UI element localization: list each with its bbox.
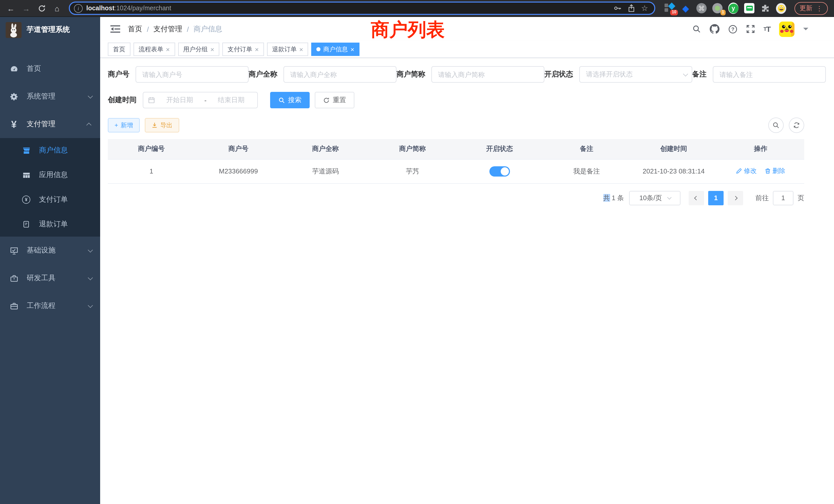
close-icon[interactable]: × <box>166 46 170 53</box>
close-icon[interactable]: × <box>255 46 259 53</box>
pagination: 共 1 条 10条/页 1 前往 页 <box>108 191 804 205</box>
breadcrumb-home[interactable]: 首页 <box>128 24 142 33</box>
col-full-name: 商户全称 <box>282 139 369 159</box>
extensions-puzzle-icon[interactable] <box>760 3 770 13</box>
breadcrumb-separator: / <box>147 25 149 33</box>
url-bar[interactable]: i localhost :1024/pay/merchant ☆ <box>69 2 655 15</box>
goto-page-input[interactable] <box>773 191 793 205</box>
toolbox-icon <box>9 274 19 282</box>
header-search-icon[interactable] <box>692 25 701 33</box>
close-icon[interactable]: × <box>300 46 303 53</box>
search-button[interactable]: 搜索 <box>270 92 310 108</box>
extension-command-icon[interactable]: ⌘ <box>696 3 707 13</box>
password-key-icon[interactable] <box>613 4 621 12</box>
breadcrumb-separator: / <box>187 25 189 33</box>
sidebar-item-label: 商户信息 <box>39 146 68 155</box>
next-page-button[interactable] <box>728 191 743 205</box>
forward-icon[interactable]: → <box>20 2 33 15</box>
status-select[interactable]: 请选择开启状态 <box>579 66 692 83</box>
sidebar-item-devtools[interactable]: 研发工具 <box>0 264 100 292</box>
refresh-table-button[interactable] <box>789 117 804 133</box>
close-icon[interactable]: × <box>210 46 214 53</box>
sidebar-item-home[interactable]: 首页 <box>0 55 100 83</box>
remark-label: 备注 <box>692 70 713 79</box>
fullscreen-icon[interactable] <box>746 25 755 33</box>
sidebar-collapse-icon[interactable] <box>106 20 124 38</box>
delete-button[interactable]: 删除 <box>765 167 785 176</box>
extension-badge: 10 <box>670 10 678 16</box>
short-name-input[interactable] <box>431 66 544 83</box>
trash-icon <box>765 168 771 174</box>
bookmark-star-icon[interactable]: ☆ <box>641 4 648 13</box>
extension-y-icon[interactable]: y <box>728 3 739 13</box>
sidebar-item-refund-order[interactable]: 退款订单 <box>0 212 100 236</box>
merchant-no-input[interactable] <box>136 66 248 83</box>
tab-refund-order[interactable]: 退款订单× <box>267 43 308 56</box>
sidebar-item-infra[interactable]: 基础设施 <box>0 236 100 264</box>
page-size-select[interactable]: 10条/页 <box>629 191 680 205</box>
reload-icon[interactable] <box>35 2 48 15</box>
tab-user-group[interactable]: 用户分组× <box>178 43 219 56</box>
add-button[interactable]: + 新增 <box>108 118 140 132</box>
extension-kite-icon[interactable]: ◆ <box>680 3 691 13</box>
back-icon[interactable]: ← <box>4 2 18 15</box>
prev-page-button[interactable] <box>689 191 704 205</box>
remark-input[interactable] <box>713 66 826 83</box>
sidebar-item-label: 支付订单 <box>39 195 68 204</box>
sidebar-item-workflow[interactable]: 工作流程 <box>0 292 100 320</box>
browser-nav: ← → ⌂ <box>4 2 64 15</box>
help-icon[interactable]: ? <box>728 24 737 33</box>
avatar-caret-icon[interactable] <box>803 28 808 33</box>
full-name-input[interactable] <box>284 66 396 83</box>
end-date-placeholder: 结束日期 <box>210 95 253 105</box>
reset-button[interactable]: 重置 <box>315 92 354 108</box>
github-icon[interactable] <box>709 24 719 34</box>
status-toggle[interactable] <box>489 166 510 176</box>
home-icon[interactable]: ⌂ <box>50 2 64 15</box>
toggle-search-button[interactable] <box>768 117 784 133</box>
search-icon <box>278 97 285 104</box>
close-icon[interactable]: × <box>351 46 354 53</box>
sidebar-item-label: 支付管理 <box>27 120 56 129</box>
edit-button[interactable]: 修改 <box>736 167 757 176</box>
chevron-down-icon <box>88 275 93 280</box>
browser-menu-dots-icon[interactable]: ⋮ <box>816 4 823 12</box>
extension-recorder-icon[interactable]: 1 <box>712 3 723 13</box>
page-number-1[interactable]: 1 <box>708 191 724 205</box>
sidebar-item-label: 应用信息 <box>39 170 68 180</box>
filter-row-1: 商户号 商户全称 商户简称 开启状态 请选择开启状态 <box>108 66 804 83</box>
goto-suffix: 页 <box>797 193 804 203</box>
svg-text:?: ? <box>731 26 734 32</box>
tab-pay-order[interactable]: 支付订单× <box>222 43 264 56</box>
sidebar-item-label: 退款订单 <box>39 220 68 229</box>
breadcrumb-pay[interactable]: 支付管理 <box>154 24 182 33</box>
tab-home[interactable]: 首页 <box>108 43 130 56</box>
profile-emoji-icon[interactable] <box>776 3 786 13</box>
document-icon <box>21 220 31 228</box>
briefcase-icon <box>9 301 19 310</box>
avatar[interactable] <box>779 21 794 37</box>
browser-update-menu[interactable]: 更新 ⋮ <box>794 2 828 15</box>
breadcrumb: 首页 / 支付管理 / 商户信息 <box>128 24 222 33</box>
app-logo[interactable]: 芋道管理系统 <box>0 17 100 43</box>
pagination-total: 共 1 条 <box>603 193 624 203</box>
create-time-range-picker[interactable]: 开始日期 - 结束日期 <box>143 92 258 108</box>
sidebar-item-pay-order[interactable]: ¥ 支付订单 <box>0 187 100 212</box>
breadcrumb-current: 商户信息 <box>194 24 222 33</box>
sidebar-item-pay[interactable]: ¥ 支付管理 <box>0 110 100 138</box>
share-icon[interactable] <box>627 4 635 12</box>
extension-chat-icon[interactable] <box>744 3 754 13</box>
filter-row-2: 创建时间 开始日期 - 结束日期 搜索 重置 <box>108 92 804 108</box>
font-size-icon[interactable]: TT <box>763 25 770 33</box>
tab-merchant-info[interactable]: 商户信息× <box>311 43 359 56</box>
export-button[interactable]: 导出 <box>145 118 179 132</box>
site-info-icon[interactable]: i <box>74 4 83 13</box>
sidebar-item-system[interactable]: 系统管理 <box>0 83 100 110</box>
extension-devtools-icon[interactable]: 10 <box>664 3 675 13</box>
sidebar-item-app-info[interactable]: 应用信息 <box>0 163 100 187</box>
cell-full-name: 芋道源码 <box>282 159 369 183</box>
sidebar-item-merchant[interactable]: 商户信息 <box>0 138 100 163</box>
plus-icon: + <box>114 122 118 129</box>
chevron-right-icon <box>733 196 738 200</box>
tab-flow-form[interactable]: 流程表单× <box>133 43 175 56</box>
